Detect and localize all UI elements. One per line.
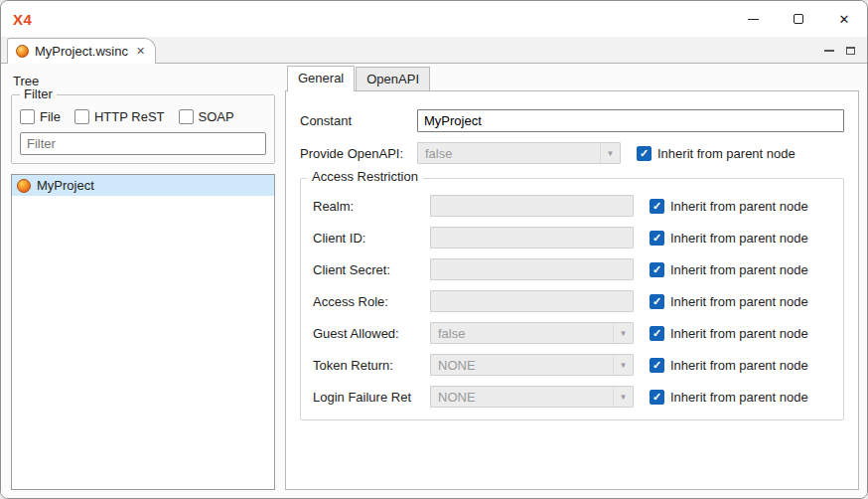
- inherit-label: Inherit from parent node: [657, 146, 796, 161]
- form-row-login-failure: Login Failure Ret NONE ▼ ✓ Inherit from …: [313, 386, 833, 408]
- checkbox-checked-icon[interactable]: ✓: [650, 294, 664, 309]
- checkbox-checked-icon[interactable]: ✓: [650, 390, 664, 405]
- maximize-icon: [794, 14, 803, 24]
- checkbox-checked-icon[interactable]: ✓: [650, 262, 664, 277]
- view-maximize-icon[interactable]: [846, 47, 855, 55]
- filter-option-label: SOAP: [199, 109, 234, 124]
- inherit-checkbox-realm[interactable]: ✓ Inherit from parent node: [650, 199, 808, 214]
- main-area: Tree Filter File HTTP ReST SOAP: [1, 64, 867, 498]
- checkbox-checked-icon[interactable]: ✓: [650, 231, 664, 246]
- login-failure-select: NONE ▼: [430, 386, 634, 408]
- access-role-input: [430, 290, 634, 312]
- wsinc-file-icon: [16, 45, 29, 58]
- access-role-label: Access Role:: [313, 294, 430, 309]
- constant-label: Constant: [300, 113, 417, 128]
- editor-tab-label: MyProject.wsinc: [35, 44, 128, 59]
- client-secret-label: Client Secret:: [313, 262, 430, 277]
- checkbox-unchecked-icon[interactable]: [179, 109, 194, 124]
- tab-close-icon[interactable]: ✕: [136, 45, 145, 58]
- realm-label: Realm:: [313, 199, 430, 214]
- inherit-label: Inherit from parent node: [670, 199, 808, 214]
- editor-tab-strip: MyProject.wsinc ✕: [1, 37, 867, 64]
- realm-input: [430, 195, 634, 217]
- tree-item-label: MyProject: [37, 178, 94, 193]
- properties-panel: General OpenAPI Constant Provide OpenAPI…: [281, 64, 867, 498]
- checkbox-unchecked-icon[interactable]: [74, 109, 89, 124]
- guest-allowed-value: false: [438, 326, 465, 341]
- app-logo: X4: [13, 11, 32, 28]
- token-return-value: NONE: [438, 358, 476, 373]
- token-return-select: NONE ▼: [430, 354, 634, 376]
- window-controls: ✕: [730, 1, 867, 37]
- form-row-realm: Realm: ✓ Inherit from parent node: [313, 195, 833, 217]
- filter-option-label: HTTP ReST: [94, 109, 165, 124]
- form-row-client-id: Client ID: ✓ Inherit from parent node: [313, 227, 833, 249]
- properties-tabs: General OpenAPI: [287, 66, 859, 90]
- project-icon: [17, 179, 31, 193]
- guest-allowed-select: false ▼: [430, 322, 634, 344]
- login-failure-label: Login Failure Ret: [313, 390, 430, 405]
- inherit-checkbox-guest-allowed[interactable]: ✓ Inherit from parent node: [650, 326, 808, 341]
- dropdown-arrow-icon: ▼: [613, 355, 633, 375]
- filter-option-file[interactable]: File: [20, 109, 61, 124]
- form-row-guest-allowed: Guest Allowed: false ▼ ✓ Inherit from pa…: [313, 322, 833, 344]
- checkbox-checked-icon[interactable]: ✓: [650, 199, 664, 214]
- form-row-constant: Constant: [300, 109, 844, 132]
- filter-option-label: File: [40, 109, 61, 124]
- filter-options-row: File HTTP ReST SOAP: [20, 109, 266, 124]
- window-maximize-button[interactable]: [776, 1, 821, 37]
- form-row-access-role: Access Role: ✓ Inherit from parent node: [313, 290, 833, 312]
- dropdown-arrow-icon: ▼: [613, 387, 633, 407]
- constant-input[interactable]: [417, 109, 844, 132]
- inherit-checkbox-client-id[interactable]: ✓ Inherit from parent node: [650, 231, 808, 246]
- filter-input[interactable]: [20, 132, 266, 155]
- inherit-checkbox-client-secret[interactable]: ✓ Inherit from parent node: [650, 262, 808, 277]
- provide-openapi-select: false ▼: [417, 142, 621, 164]
- window-minimize-button[interactable]: [730, 1, 776, 37]
- tab-general[interactable]: General: [287, 66, 355, 91]
- inherit-label: Inherit from parent node: [670, 262, 808, 277]
- filter-group: Filter File HTTP ReST SOAP: [11, 94, 275, 164]
- dropdown-arrow-icon: ▼: [600, 143, 620, 163]
- filter-option-http-rest[interactable]: HTTP ReST: [74, 109, 165, 124]
- inherit-checkbox-access-role[interactable]: ✓ Inherit from parent node: [650, 294, 808, 309]
- form-row-client-secret: Client Secret: ✓ Inherit from parent nod…: [313, 258, 833, 280]
- access-restriction-group: Access Restriction Realm: ✓ Inherit from…: [300, 178, 844, 420]
- checkbox-checked-icon[interactable]: ✓: [650, 358, 664, 373]
- filter-option-soap[interactable]: SOAP: [179, 109, 234, 124]
- guest-allowed-label: Guest Allowed:: [313, 326, 430, 341]
- tab-openapi[interactable]: OpenAPI: [356, 67, 430, 90]
- client-secret-input: [430, 258, 634, 280]
- tree-panel: Tree Filter File HTTP ReST SOAP: [1, 64, 281, 498]
- app-window: X4 ✕ MyProject.wsinc ✕ Tree Filt: [0, 0, 868, 499]
- inherit-label: Inherit from parent node: [670, 231, 808, 246]
- inherit-label: Inherit from parent node: [670, 326, 808, 341]
- editor-tab-myproject[interactable]: MyProject.wsinc ✕: [7, 38, 156, 64]
- access-restriction-title: Access Restriction: [307, 169, 423, 184]
- form-row-provide-openapi: Provide OpenAPI: false ▼ ✓ Inherit from …: [300, 142, 844, 164]
- provide-openapi-label: Provide OpenAPI:: [300, 146, 417, 161]
- inherit-checkbox-login-failure[interactable]: ✓ Inherit from parent node: [650, 390, 808, 405]
- provide-openapi-value: false: [425, 146, 452, 161]
- checkbox-checked-icon[interactable]: ✓: [650, 326, 664, 341]
- inherit-checkbox-token-return[interactable]: ✓ Inherit from parent node: [650, 358, 808, 373]
- filter-group-title: Filter: [20, 86, 57, 101]
- view-minimize-icon[interactable]: [824, 50, 834, 52]
- inherit-label: Inherit from parent node: [670, 358, 808, 373]
- tree-item-myproject[interactable]: MyProject: [12, 175, 274, 196]
- minimize-icon: [748, 19, 759, 20]
- inherit-label: Inherit from parent node: [670, 294, 808, 309]
- view-controls: [824, 47, 867, 63]
- client-id-label: Client ID:: [313, 231, 430, 246]
- checkbox-unchecked-icon[interactable]: [20, 109, 35, 124]
- inherit-label: Inherit from parent node: [670, 390, 808, 405]
- inherit-checkbox-provide-openapi[interactable]: ✓ Inherit from parent node: [637, 146, 796, 161]
- dropdown-arrow-icon: ▼: [613, 323, 633, 343]
- window-close-button[interactable]: ✕: [821, 1, 867, 37]
- checkbox-checked-icon[interactable]: ✓: [637, 146, 651, 161]
- title-bar: X4 ✕: [1, 1, 867, 37]
- general-tab-content: Constant Provide OpenAPI: false ▼ ✓ Inhe…: [285, 90, 859, 490]
- project-tree[interactable]: MyProject: [11, 174, 275, 490]
- client-id-input: [430, 227, 634, 249]
- token-return-label: Token Return:: [313, 358, 430, 373]
